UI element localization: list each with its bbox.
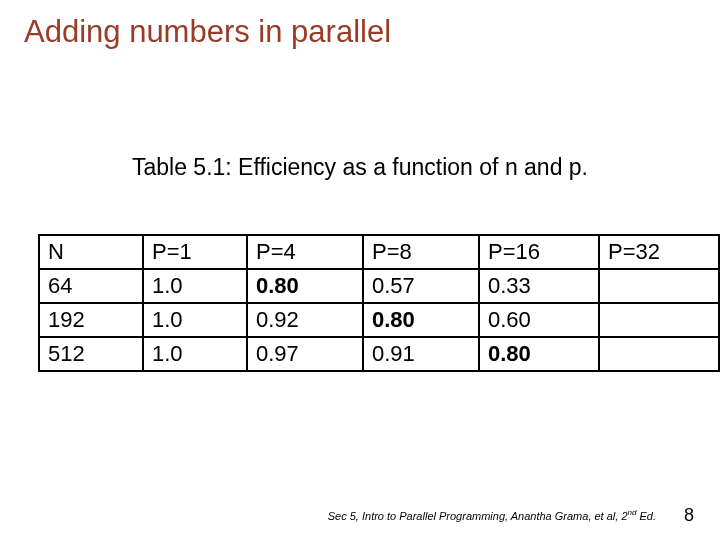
- slide-title: Adding numbers in parallel: [24, 14, 391, 50]
- page-number: 8: [684, 505, 694, 526]
- cell-p16: 0.60: [479, 303, 599, 337]
- table-row: 64 1.0 0.80 0.57 0.33: [39, 269, 719, 303]
- cell-n: 512: [39, 337, 143, 371]
- cell-p4: 0.92: [247, 303, 363, 337]
- footer-citation: Sec 5, Intro to Parallel Programming, An…: [328, 508, 656, 522]
- cell-p1: 1.0: [143, 303, 247, 337]
- table-header-row: N P=1 P=4 P=8 P=16 P=32: [39, 235, 719, 269]
- cell-p32: [599, 269, 719, 303]
- table-row: 512 1.0 0.97 0.91 0.80: [39, 337, 719, 371]
- cell-p1: 1.0: [143, 269, 247, 303]
- cell-p8: 0.57: [363, 269, 479, 303]
- table-caption: Table 5.1: Efficiency as a function of n…: [0, 154, 720, 181]
- cell-p32: [599, 337, 719, 371]
- cell-p1: 1.0: [143, 337, 247, 371]
- col-header-n: N: [39, 235, 143, 269]
- cell-p16: 0.80: [479, 337, 599, 371]
- cell-p8: 0.91: [363, 337, 479, 371]
- cell-p4: 0.97: [247, 337, 363, 371]
- col-header-p4: P=4: [247, 235, 363, 269]
- cell-p16: 0.33: [479, 269, 599, 303]
- cell-p8: 0.80: [363, 303, 479, 337]
- cell-p32: [599, 303, 719, 337]
- cell-p4: 0.80: [247, 269, 363, 303]
- citation-suffix: Ed.: [636, 510, 656, 522]
- table-row: 192 1.0 0.92 0.80 0.60: [39, 303, 719, 337]
- cell-n: 192: [39, 303, 143, 337]
- col-header-p32: P=32: [599, 235, 719, 269]
- citation-text: Sec 5, Intro to Parallel Programming, An…: [328, 510, 628, 522]
- cell-n: 64: [39, 269, 143, 303]
- col-header-p16: P=16: [479, 235, 599, 269]
- col-header-p1: P=1: [143, 235, 247, 269]
- col-header-p8: P=8: [363, 235, 479, 269]
- efficiency-table: N P=1 P=4 P=8 P=16 P=32 64 1.0 0.80 0.57…: [38, 234, 720, 372]
